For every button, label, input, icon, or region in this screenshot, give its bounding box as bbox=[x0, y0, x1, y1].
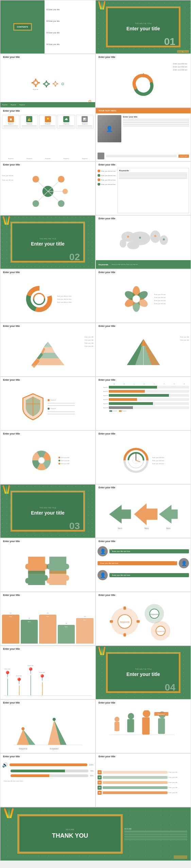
icon-box-3: 💡 Keyword bbox=[39, 115, 56, 129]
svg-point-71 bbox=[38, 457, 45, 463]
contents-label: CONTENTS bbox=[17, 26, 28, 28]
slide-icon-boxes: Enter your title 📋 Keyword ⚠️ Keyword 💡 bbox=[0, 108, 96, 161]
keywords-bar-text: Enter your title text here Enter your ti… bbox=[112, 264, 138, 265]
slide-sound: Enter your title 🔊 100% 70% bbox=[0, 753, 96, 807]
icon-box-4: ☁️ Keyword bbox=[57, 115, 75, 129]
svg-line-30 bbox=[48, 191, 60, 203]
svg-point-43 bbox=[163, 238, 165, 240]
svg-rect-4 bbox=[32, 82, 33, 83]
slide-steps: Enter your title 01 Enter your title 02 … bbox=[96, 753, 191, 807]
slide-fan-chart: Enter your title Enter bbox=[0, 430, 96, 484]
svg-line-26 bbox=[48, 180, 60, 192]
circle-flow-diagram bbox=[26, 173, 70, 210]
slide-contents: CONTENTS 01 Enter your title 02 Enter yo… bbox=[0, 0, 96, 54]
svg-point-42 bbox=[154, 235, 156, 237]
svg-rect-3 bbox=[35, 85, 36, 87]
contents-item-2: 02 Enter your title bbox=[46, 20, 93, 22]
fan-chart-diagram bbox=[26, 445, 57, 476]
chalk-title-01: Enter your title bbox=[126, 26, 160, 31]
thankyou-title: THANK YOU bbox=[52, 832, 88, 839]
circular-arrows-diagram bbox=[130, 70, 157, 97]
chalk-num-04: 04 bbox=[165, 682, 175, 693]
slide-chalkboard-01: THIS ARE THE TITLE Enter your title 01 📐 bbox=[96, 0, 191, 54]
sound-row-1: 🔊 100% bbox=[2, 762, 93, 768]
pin-4: Enter title 📍 bbox=[38, 672, 46, 696]
shield-icon bbox=[21, 392, 45, 421]
svg-rect-10 bbox=[43, 83, 44, 84]
keywords-label: Keywords bbox=[119, 170, 187, 172]
slide-clock-dial: Enter your title bbox=[96, 430, 191, 484]
slide-photo-text: YOUR TEXT HERE 👤 Enter your title bbox=[96, 108, 191, 161]
slide-shield: Enter your title Keyword bbox=[0, 377, 96, 430]
slide-chalkboard-02: THIS ARE THE TITLE Enter your title 02 bbox=[0, 215, 96, 269]
orange-bar-label: YOUR TEXT HERE bbox=[99, 110, 117, 112]
gear-icon-2 bbox=[42, 80, 51, 88]
slide-avatars: Enter your title 👤 " Enter your title te… bbox=[96, 538, 191, 592]
sound-row-2: 70% bbox=[2, 770, 93, 772]
slide-title-donut: Enter your title bbox=[3, 271, 20, 273]
svg-rect-88 bbox=[123, 606, 126, 610]
avatar-3: 👤 bbox=[98, 570, 108, 580]
svg-line-28 bbox=[37, 191, 48, 203]
slide-title-bar: Enter your title bbox=[99, 379, 115, 381]
svg-point-38 bbox=[120, 239, 126, 248]
photo-title: Enter your title bbox=[123, 116, 189, 118]
slide-columns: Enter your title 01 Item 02 Item bbox=[0, 592, 96, 646]
chalk-title-02: Enter your title bbox=[31, 241, 65, 247]
gear-bar-label-2: Keyword bbox=[11, 104, 16, 106]
slide-circle-flow: Enter your title bbox=[0, 161, 96, 215]
gear-bar-label-1: Keyword bbox=[2, 104, 7, 106]
slide-title-pyramid2: Enter your title bbox=[99, 325, 115, 327]
svg-rect-2 bbox=[35, 79, 36, 80]
slide-thank-you: RESUME THANK YOU RESUME bbox=[0, 807, 191, 861]
step-3: 03 Enter your title bbox=[98, 780, 189, 785]
chalk-subtitle-04: THIS ARE THE TITLE bbox=[135, 668, 152, 670]
slide-title-icons: Enter your title bbox=[3, 110, 20, 112]
avatar-1: 👤 bbox=[98, 546, 108, 556]
slide-circular-arrows: Enter your title Enter your title text E… bbox=[96, 54, 191, 108]
step-2: 02 Enter your title bbox=[98, 775, 189, 779]
svg-rect-11 bbox=[48, 83, 50, 84]
people-silhouettes-svg: Keyword bbox=[106, 710, 181, 751]
3d-arrows-diagram: Item Item Item bbox=[106, 495, 181, 533]
slide-title-pie: Enter your title bbox=[99, 271, 115, 273]
step-4: 04 Enter your title bbox=[98, 786, 189, 790]
contents-item-1: 01 Enter your title bbox=[46, 9, 93, 11]
orange-button: YOUR TEXT bbox=[178, 155, 189, 158]
gear-icon-4 bbox=[60, 81, 65, 86]
svg-point-13 bbox=[54, 83, 56, 84]
svg-text:Keyword: Keyword bbox=[19, 747, 27, 750]
slide-title-columns: Enter your title bbox=[3, 594, 20, 596]
svg-text:Item: Item bbox=[118, 527, 122, 530]
svg-point-111 bbox=[143, 710, 150, 717]
svg-rect-114 bbox=[158, 718, 165, 734]
icon-box-5: 📊 Keyword bbox=[76, 115, 93, 129]
slide-3d-arrows: Enter your title Item Item Item bbox=[96, 484, 191, 538]
slide-chalkboard-03: THIS ARE THE TITLE Enter your title 03 bbox=[0, 484, 96, 538]
svg-rect-108 bbox=[114, 722, 119, 731]
thankyou-subtitle: RESUME bbox=[66, 828, 74, 831]
chalk-num-02: 02 bbox=[69, 252, 80, 263]
slide-title-fan: Enter your title bbox=[3, 432, 20, 435]
slide-pie-segments: Enter your title Enter your title text bbox=[96, 269, 191, 323]
slide-triangles: Enter your title Keyword bbox=[0, 699, 96, 753]
svg-rect-91 bbox=[136, 620, 139, 622]
slide-title-flow: Enter your title bbox=[3, 163, 20, 166]
svg-point-29 bbox=[32, 200, 39, 207]
slide-title-clock: Enter your title bbox=[99, 432, 115, 435]
svg-text:Keywords: Keywords bbox=[150, 613, 158, 615]
slide-puzzle: Enter your title bbox=[0, 538, 96, 592]
gear-icon-3 bbox=[52, 80, 59, 87]
slide-title-world: Enter your title bbox=[99, 217, 115, 220]
svg-text:Keyword: Keyword bbox=[157, 713, 164, 715]
pin-2: Enter title 📍 bbox=[15, 675, 23, 696]
chalk-subtitle-01: THIS ARE THE TITLE bbox=[135, 22, 152, 25]
svg-rect-14 bbox=[55, 81, 56, 82]
chalk-subtitle-02: THIS ARE THE TITLE bbox=[39, 238, 56, 240]
sound-row-3: 50% bbox=[2, 774, 93, 777]
slide-bar-chart: Enter your title A B C D E F G H Task bbox=[96, 377, 191, 430]
step-1: 01 Enter your title bbox=[98, 770, 189, 774]
slide-title-keywords: Enter your title bbox=[99, 163, 115, 166]
svg-text:Keywords: Keywords bbox=[120, 620, 129, 623]
svg-rect-15 bbox=[55, 85, 56, 86]
